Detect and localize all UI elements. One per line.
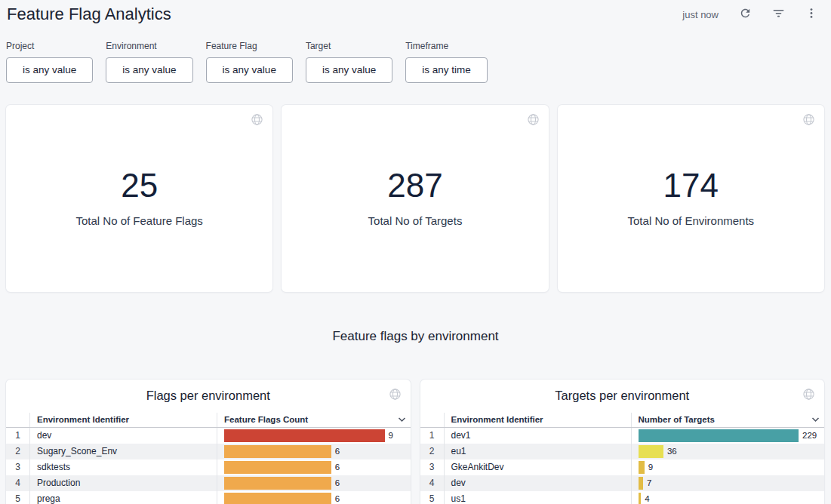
refresh-button[interactable] <box>739 7 752 22</box>
filter-label: Environment <box>106 41 192 51</box>
value-bar <box>639 461 645 474</box>
more-options-button[interactable] <box>805 7 817 22</box>
header-actions: just now <box>682 7 817 22</box>
column-header-identifier[interactable]: Environment Identifier <box>30 413 217 427</box>
refresh-icon <box>739 7 752 22</box>
table-row[interactable]: 2 eu1 36 <box>420 444 825 459</box>
bar-value-label: 6 <box>335 463 340 472</box>
value-bar <box>224 429 385 442</box>
table-row[interactable]: 3 GkeAnkitDev 9 <box>420 459 825 475</box>
last-refresh-label: just now <box>682 9 719 20</box>
kebab-menu-icon <box>805 7 817 22</box>
row-index: 3 <box>420 459 445 475</box>
measure-bar-cell: 229 <box>632 429 825 442</box>
bar-value-label: 6 <box>335 478 340 487</box>
dashboard-header: Feature Flag Analytics just now <box>0 0 831 25</box>
table-row[interactable]: 5 prega 6 <box>6 491 411 504</box>
environment-identifier-cell: dev <box>30 428 217 444</box>
table-row[interactable]: 1 dev 9 <box>6 428 411 444</box>
table-row[interactable]: 4 Production 6 <box>6 475 411 491</box>
dashboard-filters-button[interactable] <box>772 7 785 22</box>
filter-project: Project is any value <box>6 41 93 83</box>
filters-bar: Project is any value Environment is any … <box>0 25 831 83</box>
table-row[interactable]: 3 sdktests 6 <box>6 459 411 475</box>
filter-project-button[interactable]: is any value <box>6 57 93 83</box>
bar-value-label: 9 <box>389 431 393 440</box>
environment-identifier-cell: dev <box>445 475 632 491</box>
kpi-card-environments: 174 Total No of Environments <box>558 105 824 292</box>
environment-identifier-cell: Sugary_Scone_Env <box>30 444 217 459</box>
filter-label: Feature Flag <box>206 41 293 51</box>
bar-value-label: 9 <box>648 463 653 472</box>
row-index: 3 <box>6 459 30 475</box>
table-title: Flags per environment <box>6 380 411 404</box>
kpi-label: Total No of Environments <box>628 214 755 227</box>
measure-bar-cell: 7 <box>632 477 825 490</box>
value-bar <box>224 493 331 504</box>
bar-value-label: 229 <box>802 431 817 440</box>
filter-timeframe-button[interactable]: is any time <box>405 57 488 83</box>
filter-target-button[interactable]: is any value <box>306 57 392 83</box>
row-index: 4 <box>420 475 445 491</box>
bar-value-label: 36 <box>667 447 677 456</box>
column-header-measure[interactable]: Feature Flags Count <box>217 415 411 424</box>
bar-value-label: 7 <box>647 478 651 487</box>
filter-feature-flag-button[interactable]: is any value <box>206 57 293 83</box>
row-index: 1 <box>420 428 445 444</box>
table-row[interactable]: 2 Sugary_Scone_Env 6 <box>6 444 411 459</box>
kpi-value: 174 <box>663 169 719 202</box>
table-body: 1 dev 9 2 Sugary_Scone_Env 6 3 sdktests … <box>6 428 411 504</box>
row-index: 5 <box>6 491 30 504</box>
table-row[interactable]: 4 dev 7 <box>420 475 825 491</box>
row-index: 4 <box>6 475 30 491</box>
measure-bar-cell: 36 <box>632 445 825 458</box>
table-header-row: Environment Identifier Feature Flags Cou… <box>6 413 411 428</box>
measure-bar-cell: 9 <box>217 429 411 442</box>
environment-identifier-cell: sdktests <box>30 459 217 475</box>
bar-value-label: 4 <box>645 494 649 503</box>
kpi-card-feature-flags: 25 Total No of Feature Flags <box>6 105 272 292</box>
environment-identifier-cell: GkeAnkitDev <box>445 459 632 475</box>
column-header-identifier[interactable]: Environment Identifier <box>445 413 632 427</box>
kpi-value: 287 <box>387 169 442 202</box>
table-row[interactable]: 1 dev1 229 <box>420 428 825 444</box>
environment-identifier-cell: dev1 <box>445 428 632 444</box>
value-bar <box>639 493 642 504</box>
filter-label: Timeframe <box>405 41 488 51</box>
page-title: Feature Flag Analytics <box>7 4 171 25</box>
filter-environment-button[interactable]: is any value <box>106 57 192 83</box>
column-header-measure[interactable]: Number of Targets <box>632 415 825 424</box>
kpi-value: 25 <box>121 169 158 202</box>
row-index-header <box>420 413 445 427</box>
globe-icon <box>528 114 539 128</box>
chevron-down-icon[interactable] <box>398 415 406 424</box>
filter-environment: Environment is any value <box>106 41 192 83</box>
measure-bar-cell: 6 <box>217 461 411 474</box>
globe-icon <box>803 389 814 403</box>
column-header-label: Feature Flags Count <box>224 415 308 424</box>
kpi-row: 25 Total No of Feature Flags 287 Total N… <box>0 83 831 292</box>
measure-bar-cell: 4 <box>632 493 825 504</box>
data-table: Environment Identifier Number of Targets… <box>420 413 825 504</box>
row-index: 5 <box>420 491 445 504</box>
globe-icon <box>803 114 814 128</box>
globe-icon <box>389 389 401 403</box>
value-bar <box>224 461 331 474</box>
filter-label: Target <box>306 41 392 51</box>
row-index-header <box>6 413 30 427</box>
environment-identifier-cell: Production <box>30 475 217 491</box>
table-title: Targets per environment <box>420 380 825 404</box>
table-body: 1 dev1 229 2 eu1 36 3 GkeAnkitDev 9 4 <box>420 428 825 504</box>
tables-row: Flags per environment Environment Identi… <box>0 344 831 504</box>
value-bar <box>639 429 799 442</box>
measure-bar-cell: 9 <box>632 461 825 474</box>
table-header-row: Environment Identifier Number of Targets <box>420 413 825 428</box>
filter-feature-flag: Feature Flag is any value <box>206 41 293 83</box>
measure-bar-cell: 6 <box>217 477 411 490</box>
chevron-down-icon[interactable] <box>811 415 820 424</box>
table-row[interactable]: 5 us1 4 <box>420 491 825 504</box>
measure-bar-cell: 6 <box>217 493 411 504</box>
value-bar <box>639 445 663 458</box>
row-index: 2 <box>6 444 30 459</box>
value-bar <box>224 445 331 458</box>
